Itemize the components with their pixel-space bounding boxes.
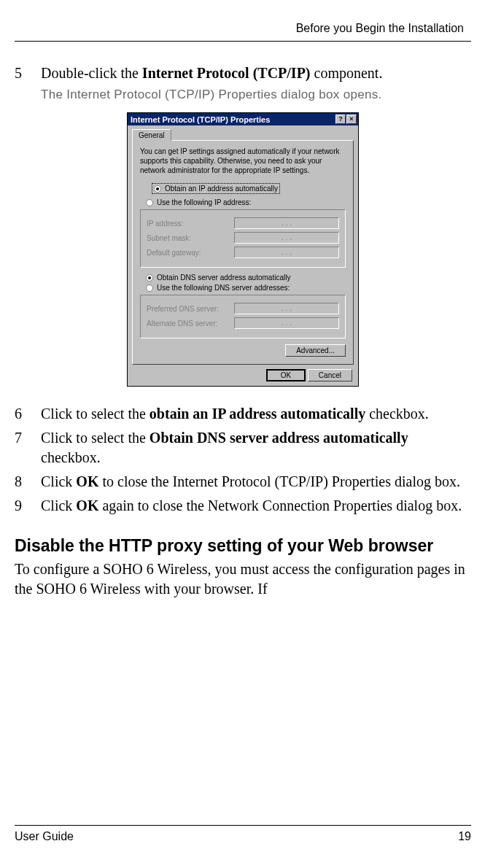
bold-term: obtain an IP address automatically — [150, 406, 365, 422]
section-heading: Disable the HTTP proxy setting of your W… — [15, 536, 471, 555]
dialog-figure: Internet Protocol (TCP/IP) Properties ? … — [15, 112, 471, 387]
label-subnet-mask: Subnet mask: — [147, 234, 234, 242]
header-rule — [15, 41, 471, 42]
step-text: Double-click the Internet Protocol (TCP/… — [41, 63, 471, 83]
radio-label: Use the following IP address: — [157, 198, 251, 206]
text: Click — [41, 497, 76, 514]
radio-use-following-ip[interactable]: Use the following IP address: — [146, 198, 346, 206]
text: checkbox. — [365, 406, 429, 422]
step-number: 9 — [15, 496, 41, 516]
radio-icon — [154, 185, 161, 193]
step-text: Click OK to close the Internet Protocol … — [41, 472, 471, 492]
input-default-gateway: . . . — [234, 247, 339, 258]
bold-term: OK — [76, 497, 98, 514]
general-panel: You can get IP settings assigned automat… — [132, 140, 354, 365]
radio-obtain-ip-auto[interactable]: Obtain an IP address automatically — [152, 183, 280, 194]
step-number: 8 — [15, 472, 41, 492]
intro-text: You can get IP settings assigned automat… — [140, 147, 346, 175]
ok-button[interactable]: OK — [266, 369, 306, 381]
radio-icon — [146, 199, 153, 206]
radio-label: Obtain an IP address automatically — [165, 185, 278, 193]
tcpip-properties-dialog: Internet Protocol (TCP/IP) Properties ? … — [127, 112, 359, 387]
bold-term: Internet Protocol (TCP/IP) — [142, 65, 311, 81]
radio-label: Obtain DNS server address automatically — [157, 274, 290, 282]
radio-label: Use the following DNS server addresses: — [157, 284, 290, 292]
radio-use-following-dns[interactable]: Use the following DNS server addresses: — [146, 284, 346, 292]
text: Click to select the — [41, 406, 150, 422]
text: again to close the Network Connection Pr… — [98, 497, 462, 514]
text: Double-click the — [41, 65, 142, 81]
text: component. — [311, 65, 383, 81]
dns-group: Preferred DNS server: . . . Alternate DN… — [140, 295, 346, 338]
bold-term: Obtain DNS server address automatically — [150, 430, 408, 446]
label-alternate-dns: Alternate DNS server: — [147, 319, 234, 328]
page-footer: User Guide 19 — [15, 825, 471, 843]
radio-obtain-dns-auto[interactable]: Obtain DNS server address automatically — [146, 274, 346, 282]
step-number: 7 — [15, 428, 41, 468]
dialog-titlebar: Internet Protocol (TCP/IP) Properties ? … — [128, 113, 358, 125]
step-5: 5 Double-click the Internet Protocol (TC… — [15, 63, 471, 83]
step-5-note: The Internet Protocol (TCP/IP) Propertie… — [41, 88, 471, 102]
step-text: Click to select the obtain an IP address… — [41, 404, 471, 424]
step-6: 6 Click to select the obtain an IP addre… — [15, 404, 471, 424]
input-preferred-dns: . . . — [234, 303, 339, 314]
text: checkbox. — [41, 449, 101, 465]
label-ip-address: IP address: — [147, 220, 234, 228]
step-number: 6 — [15, 404, 41, 424]
tab-general[interactable]: General — [132, 129, 171, 141]
footer-left: User Guide — [15, 830, 74, 843]
close-button[interactable]: × — [346, 115, 357, 124]
label-preferred-dns: Preferred DNS server: — [147, 305, 234, 313]
text: Click — [41, 473, 76, 489]
step-number: 5 — [15, 63, 41, 83]
dialog-title: Internet Protocol (TCP/IP) Properties — [131, 115, 335, 124]
step-text: Click OK again to close the Network Conn… — [41, 496, 471, 516]
input-alternate-dns: . . . — [234, 317, 339, 329]
bold-term: OK — [76, 473, 98, 489]
label-default-gateway: Default gateway: — [147, 249, 234, 257]
cancel-button[interactable]: Cancel — [308, 369, 352, 381]
page-header: Before you Begin the Installation — [15, 22, 471, 41]
footer-rule — [15, 825, 471, 826]
step-8: 8 Click OK to close the Internet Protoco… — [15, 472, 471, 492]
advanced-button[interactable]: Advanced... — [285, 344, 346, 357]
step-7: 7 Click to select the Obtain DNS server … — [15, 428, 471, 468]
text: Click to select the — [41, 430, 150, 446]
input-subnet-mask: . . . — [234, 232, 339, 244]
help-button[interactable]: ? — [335, 115, 346, 124]
input-ip-address: . . . — [234, 217, 339, 229]
step-9: 9 Click OK again to close the Network Co… — [15, 496, 471, 516]
radio-icon — [146, 284, 153, 292]
radio-icon — [146, 274, 153, 282]
step-text: Click to select the Obtain DNS server ad… — [41, 428, 471, 468]
footer-page-number: 19 — [458, 830, 471, 843]
ip-group: IP address: . . . Subnet mask: . . . Def… — [140, 209, 346, 268]
text: to close the Internet Protocol (TCP/IP) … — [98, 473, 459, 489]
body-paragraph: To configure a SOHO 6 Wireless, you must… — [15, 559, 471, 599]
